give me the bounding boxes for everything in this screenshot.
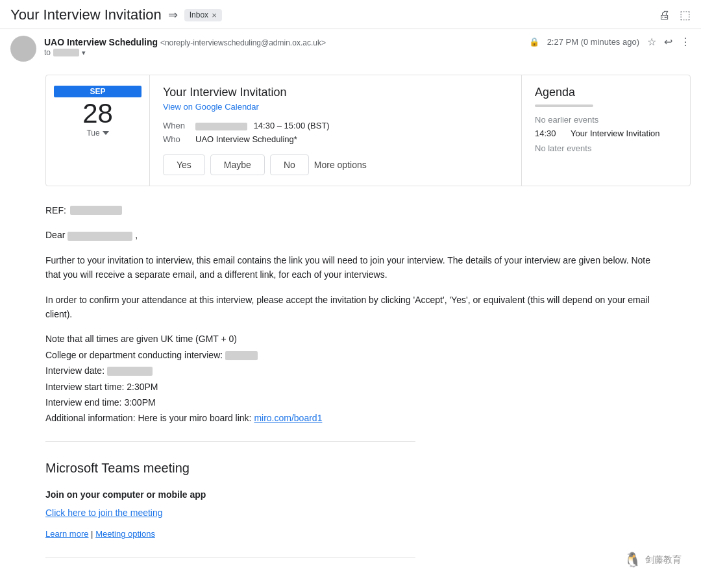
agenda-no-earlier: No earlier events <box>535 115 677 125</box>
learn-more-link[interactable]: Learn more <box>45 529 88 539</box>
email-subject-title: Your Interview Invitation <box>10 6 162 23</box>
when-date-redacted <box>195 123 247 130</box>
more-options-button[interactable]: More options <box>314 160 367 170</box>
send-time: 2:27 PM (0 minutes ago) <box>547 37 639 47</box>
inbox-badge[interactable]: Inbox × <box>184 9 222 21</box>
body-para-1: Further to your invitation to interview,… <box>45 253 656 282</box>
agenda-panel: Agenda No earlier events 14:30 Your Inte… <box>521 75 690 186</box>
date-value-redacted <box>107 367 153 376</box>
ref-line: REF: <box>45 203 656 217</box>
cal-response-buttons: Yes Maybe No More options <box>163 154 508 175</box>
body-para-2: In order to confirm your attendance at t… <box>45 293 656 322</box>
divider-1 <box>45 441 415 442</box>
ref-value-redacted <box>70 206 122 215</box>
dear-comma: , <box>135 230 138 240</box>
star-icon[interactable]: ☆ <box>647 36 656 48</box>
info-date: Interview date: <box>45 363 656 378</box>
teams-section: Microsoft Teams meeting Join on your com… <box>45 458 656 542</box>
header-actions: 🖨 ⬚ <box>659 8 691 22</box>
teams-join-link[interactable]: Click here to join the meeting <box>45 508 163 518</box>
agenda-title: Agenda <box>535 86 677 99</box>
when-value: 14:30 – 15:00 (BST) <box>195 121 330 130</box>
to-dropdown-icon[interactable]: ▾ <box>82 49 86 57</box>
agenda-no-later: No later events <box>535 143 677 153</box>
calendar-invite-main: Your Interview Invitation View on Google… <box>150 75 521 186</box>
avatar <box>10 36 36 62</box>
cal-weekday: Tue <box>86 129 108 138</box>
agenda-event-row: 14:30 Your Interview Invitation <box>535 129 677 138</box>
watermark: 🐧 剑藤教育 <box>624 552 682 569</box>
teams-join-label: Join on your computer or mobile app <box>45 487 656 502</box>
badge-close-icon[interactable]: × <box>212 10 217 20</box>
college-value-redacted <box>225 351 258 360</box>
info-end-time: Interview end time: 3:00PM <box>45 395 656 410</box>
dear-line: Dear , <box>45 228 656 242</box>
watermark-text: 剑藤教育 <box>645 554 682 566</box>
invite-card: Sep 28 Tue Your Interview Invitation Vie… <box>45 75 691 186</box>
pipe-separator: | <box>91 529 93 539</box>
watermark-icon: 🐧 <box>624 552 641 569</box>
college-label: College or department conducting intervi… <box>45 350 223 360</box>
reply-icon[interactable]: ↩ <box>664 36 672 48</box>
agenda-event-time: 14:30 <box>535 129 564 138</box>
agenda-bar <box>535 104 593 107</box>
additional-label: Additional information: Here is your mir… <box>45 413 251 423</box>
cal-weekday-label: Tue <box>86 129 99 138</box>
encryption-icon: 🔒 <box>529 37 539 47</box>
popout-icon[interactable]: ⬚ <box>680 8 691 22</box>
info-additional: Additional information: Here is your mir… <box>45 411 656 425</box>
who-value: UAO Interview Scheduling* <box>195 134 297 144</box>
who-row: Who UAO Interview Scheduling* <box>163 134 508 144</box>
agenda-event-name: Your Interview Invitation <box>571 129 660 138</box>
sender-row: UAO Interview Scheduling <noreply-interv… <box>0 29 701 68</box>
to-line: to ▾ <box>44 48 691 57</box>
to-label: to <box>44 48 51 57</box>
info-times: Note that all times are given UK time (G… <box>45 332 656 346</box>
meeting-options-link[interactable]: Meeting options <box>95 529 155 539</box>
to-recipient-redacted <box>53 49 79 56</box>
sender-meta: 🔒 2:27 PM (0 minutes ago) ☆ ↩ ⋮ <box>529 36 691 48</box>
sender-email: <noreply-interviewscheduling@admin.ox.ac… <box>160 38 326 47</box>
forward-icon: ⇒ <box>168 8 178 22</box>
print-icon[interactable]: 🖨 <box>659 8 670 22</box>
teams-title: Microsoft Teams meeting <box>45 458 656 478</box>
email-header: Your Interview Invitation ⇒ Inbox × 🖨 ⬚ <box>0 0 701 29</box>
sender-name-block: UAO Interview Scheduling <noreply-interv… <box>44 37 326 47</box>
email-title-area: Your Interview Invitation ⇒ Inbox × <box>10 6 222 23</box>
info-block: Note that all times are given UK time (G… <box>45 332 656 425</box>
when-label: When <box>163 121 195 130</box>
when-time: 14:30 – 15:00 (BST) <box>254 121 330 130</box>
inbox-badge-label: Inbox <box>190 10 208 19</box>
date-label: Interview date: <box>45 365 105 376</box>
sender-name: UAO Interview Scheduling <box>44 37 158 47</box>
teams-footer-links: Learn more | Meeting options <box>45 528 656 541</box>
when-row: When 14:30 – 15:00 (BST) <box>163 121 508 130</box>
calendar-icon-panel: Sep 28 Tue <box>46 75 150 186</box>
more-icon[interactable]: ⋮ <box>680 36 691 48</box>
info-college: College or department conducting intervi… <box>45 348 656 362</box>
maybe-button[interactable]: Maybe <box>210 154 265 175</box>
email-body: REF: Dear , Further to your invitation t… <box>0 197 701 586</box>
cal-dropdown-arrow[interactable] <box>103 131 109 135</box>
view-on-google-calendar-link[interactable]: View on Google Calendar <box>163 102 508 112</box>
ref-label: REF: <box>45 203 66 217</box>
divider-2 <box>45 557 415 557</box>
miro-link[interactable]: miro.com/board1 <box>254 413 322 423</box>
cal-month: Sep <box>54 86 141 97</box>
recipient-name-redacted <box>68 232 132 241</box>
dear-label: Dear <box>45 230 65 240</box>
who-label: Who <box>163 134 195 144</box>
info-start-time: Interview start time: 2:30PM <box>45 380 656 394</box>
yes-button[interactable]: Yes <box>163 154 205 175</box>
cal-event-title: Your Interview Invitation <box>163 86 508 99</box>
sender-info: UAO Interview Scheduling <noreply-interv… <box>44 36 691 57</box>
cal-day: 28 <box>82 99 113 129</box>
no-button[interactable]: No <box>270 154 309 175</box>
sender-name-line: UAO Interview Scheduling <noreply-interv… <box>44 36 691 48</box>
